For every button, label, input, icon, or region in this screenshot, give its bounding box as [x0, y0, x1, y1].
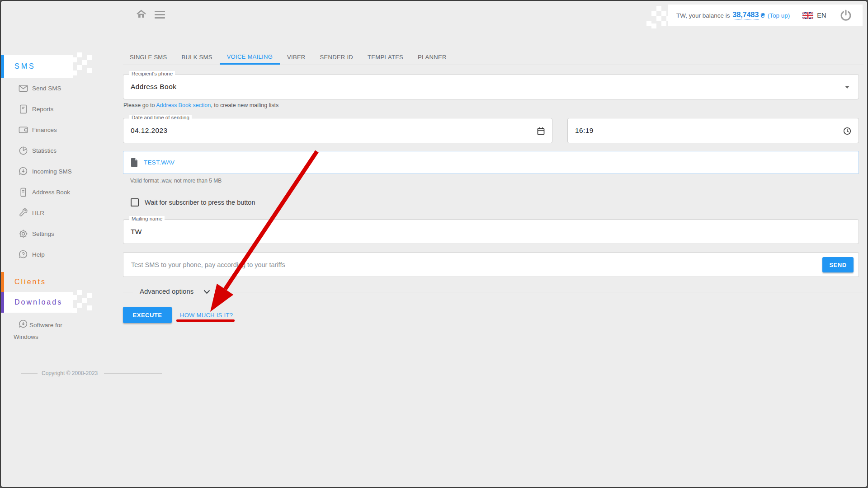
balance-currency: ₴: [760, 12, 764, 19]
pixel-decoration-topbar: [646, 4, 670, 27]
wrench-icon: [18, 208, 28, 218]
recipient-phone-label: Recipient's phone: [129, 71, 175, 76]
test-sms-row: SEND: [123, 252, 859, 277]
chevron-down-icon[interactable]: [203, 290, 210, 294]
sidebar-item-send-sms[interactable]: Send SMS: [1, 78, 100, 99]
app-window: TW, your balance is 38,7483 ₴ (Top up) E…: [0, 0, 868, 488]
tabs-divider: [123, 65, 863, 65]
audio-file-name[interactable]: TEST.WAV: [144, 159, 175, 166]
recipient-phone-value: Address Book: [123, 75, 859, 99]
power-logout-icon[interactable]: [840, 9, 852, 22]
sending-time-field[interactable]: 16:19: [567, 118, 859, 143]
execute-button[interactable]: EXECUTE: [123, 307, 172, 323]
envelope-icon: [18, 83, 28, 94]
home-icon[interactable]: [136, 9, 147, 19]
sending-date-value: 04.12.2023: [123, 118, 552, 143]
sidebar-item-incoming-sms[interactable]: Incoming SMS: [1, 161, 100, 182]
footer-divider-right: [104, 373, 162, 374]
dropdown-caret-icon[interactable]: [845, 86, 849, 89]
send-test-button[interactable]: SEND: [822, 257, 854, 272]
audio-file-hint: Valid format .wav, not more than 5 MB: [130, 178, 222, 184]
wait-for-button-label: Wait for subscriber to press the button: [145, 199, 255, 206]
sidebar-item-settings[interactable]: Settings: [1, 223, 100, 244]
language-selector[interactable]: EN: [817, 12, 826, 19]
document-icon: [18, 104, 28, 114]
pixel-decoration-downloads: [67, 289, 90, 314]
tab-bulk-sms[interactable]: BULK SMS: [174, 50, 219, 65]
sending-date-field[interactable]: Date and time of sending 04.12.2023: [123, 118, 552, 143]
mailing-name-label: Mailing name: [129, 216, 165, 221]
balance-amount[interactable]: 38,7483: [733, 11, 759, 20]
test-sms-input[interactable]: [123, 253, 820, 277]
tab-planner[interactable]: PLANNER: [410, 50, 454, 65]
sidebar-item-reports[interactable]: Reports: [1, 99, 100, 119]
address-book-section-link[interactable]: Address Book section: [156, 102, 211, 108]
wait-for-button-checkbox[interactable]: [131, 198, 139, 206]
annotation-red-underline: [176, 319, 235, 322]
address-book-icon: [18, 187, 28, 197]
advanced-options-toggle[interactable]: Advanced options: [140, 287, 193, 295]
sidebar-item-software-for-windows[interactable]: Software for Windows: [14, 319, 79, 343]
wallet-icon: [18, 125, 28, 135]
sending-time-value: 16:19: [568, 118, 859, 143]
sidebar-item-hlr[interactable]: HLR: [1, 202, 100, 223]
sms-header-label: SMS: [14, 62, 36, 70]
channel-tabs: SINGLE SMS BULK SMS VOICE MAILING VIBER …: [123, 50, 454, 65]
clock-icon[interactable]: [843, 127, 851, 135]
account-balance-box: TW, your balance is 38,7483 ₴ (Top up) E…: [668, 5, 863, 26]
copyright-text: Copyright © 2008-2023: [42, 370, 98, 376]
tab-viber[interactable]: VIBER: [280, 50, 313, 65]
mailing-name-field[interactable]: Mailing name TW: [123, 219, 859, 244]
balance-prefix: TW, your balance is: [676, 12, 730, 19]
pie-chart-icon: [18, 145, 28, 156]
sidebar-item-statistics[interactable]: Statistics: [1, 140, 100, 161]
sidebar-section-clients[interactable]: Clients: [1, 272, 73, 292]
gear-icon: [18, 229, 28, 239]
audio-file-upload[interactable]: TEST.WAV: [123, 151, 859, 174]
file-icon: [131, 158, 138, 167]
top-up-link[interactable]: (Top up): [768, 12, 790, 19]
uk-flag-icon[interactable]: [802, 12, 813, 19]
calendar-icon[interactable]: [537, 127, 545, 135]
address-book-note: Please go to Address Book section, to cr…: [123, 102, 278, 108]
downloads-header-label: Downloads: [14, 298, 62, 306]
sidebar-menu: Send SMS Reports Finances Statistics: [1, 78, 100, 265]
sidebar-item-help[interactable]: Help: [1, 244, 100, 265]
sidebar-section-downloads[interactable]: Downloads: [1, 292, 73, 313]
tab-sender-id[interactable]: SENDER ID: [313, 50, 361, 65]
hamburger-menu-icon[interactable]: [155, 11, 165, 20]
pixel-decoration-sms: [67, 52, 90, 78]
sidebar-item-finances[interactable]: Finances: [1, 119, 100, 140]
recipient-phone-select[interactable]: Recipient's phone Address Book: [123, 74, 859, 99]
help-icon: [18, 249, 28, 260]
sidebar-item-address-book[interactable]: Address Book: [1, 182, 100, 202]
tab-voice-mailing[interactable]: VOICE MAILING: [220, 50, 280, 65]
advanced-divider-right: [217, 292, 863, 292]
mailing-name-value: TW: [123, 220, 859, 244]
clients-header-label: Clients: [14, 278, 46, 286]
advanced-divider-left: [123, 292, 133, 292]
sending-date-label: Date and time of sending: [129, 115, 192, 120]
incoming-message-icon: [18, 166, 28, 177]
sidebar-section-sms[interactable]: SMS: [1, 55, 73, 78]
tab-templates[interactable]: TEMPLATES: [360, 50, 410, 65]
footer-divider-left: [21, 373, 38, 374]
tab-single-sms[interactable]: SINGLE SMS: [123, 50, 174, 65]
